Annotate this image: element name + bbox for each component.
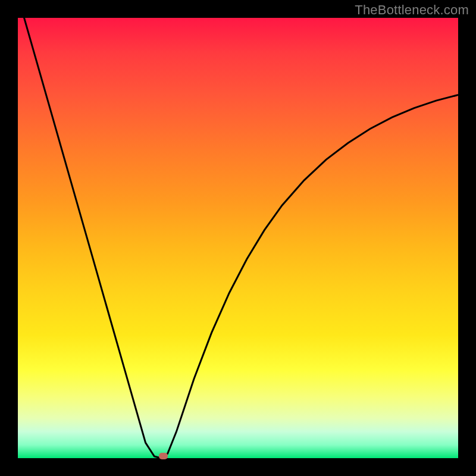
chart-frame: TheBottleneck.com: [0, 0, 476, 476]
bottleneck-curve: [18, 18, 458, 458]
curve-path: [18, 18, 458, 458]
optimal-point-marker: [159, 453, 168, 459]
chart-plot-area: [18, 18, 458, 458]
watermark-text: TheBottleneck.com: [355, 2, 469, 18]
